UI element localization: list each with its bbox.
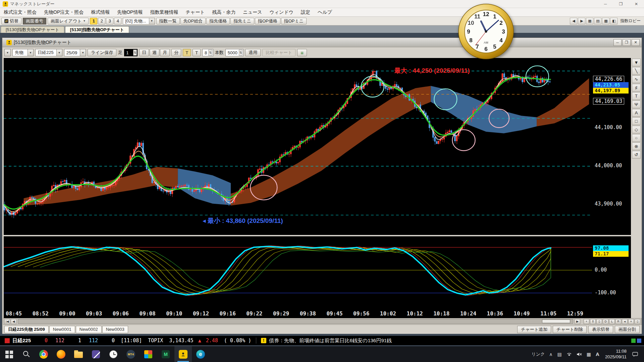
app-close-button[interactable]: ✕ <box>629 0 644 8</box>
preset-dropdown[interactable]: [02] 先物... ▼ <box>123 18 155 24</box>
taskbar-edge-icon[interactable]: e <box>192 346 209 362</box>
chart-tab[interactable]: New0003 <box>102 326 128 333</box>
scroll-mini-button[interactable]: × <box>628 319 634 324</box>
spinner-icon[interactable]: ⇅ <box>133 50 137 56</box>
compare-chart-button[interactable]: 比較チャート <box>262 49 296 56</box>
taskbar-chrome-icon[interactable] <box>35 346 52 362</box>
app-maximize-button[interactable]: ❐ <box>613 0 629 8</box>
spinner-icon[interactable]: ⇅ <box>208 50 212 56</box>
circle-tool-icon[interactable]: ○ <box>632 134 641 142</box>
minute-period-button[interactable]: 分 <box>171 49 181 56</box>
apply-button[interactable]: 適用 <box>245 49 261 56</box>
tray-wifi-icon[interactable] <box>567 352 572 357</box>
tray-volume-muted-icon[interactable] <box>577 352 582 357</box>
chart-tab[interactable]: 日経225先物 25/09 <box>4 326 49 333</box>
diamond-tool-icon[interactable]: ◇ <box>632 126 641 133</box>
layout-icon[interactable]: ◧ <box>610 18 618 24</box>
trendline-icon[interactable]: ╲ <box>632 67 641 75</box>
scroll-mini-button[interactable]: ◂ <box>622 319 628 324</box>
wave-tool-icon[interactable]: ∿ <box>632 75 641 83</box>
menu-item[interactable]: 指数業種情報 <box>146 9 182 15</box>
taskbar-monex-icon[interactable] <box>174 346 192 362</box>
taskbar-mt4-icon[interactable]: MT4 <box>122 346 140 362</box>
instrument-dropdown[interactable]: 先物 ▼ <box>12 49 34 56</box>
scroll-mini-button[interactable]: D <box>603 319 608 324</box>
chart-action-button[interactable]: 画面分割 <box>615 326 640 333</box>
layout-icon[interactable]: ▶ <box>578 18 585 24</box>
label-tool-icon[interactable]: A <box>632 109 641 117</box>
screen-number-button[interactable]: 4 <box>114 18 121 24</box>
scroll-mini-button[interactable]: + <box>584 319 589 324</box>
toolbar-button[interactable]: 指数一覧 <box>156 18 180 24</box>
ime-indicator[interactable]: A <box>596 351 599 357</box>
undo-tool-icon[interactable]: ↺ <box>632 151 641 159</box>
taskbar-explorer-icon[interactable] <box>70 346 87 362</box>
scrollbar-thumb[interactable] <box>542 319 570 323</box>
interval-input[interactable]: 8 ⇅ <box>202 49 213 56</box>
menu-item[interactable]: 株式情報 <box>87 9 113 15</box>
period-button[interactable]: 日 <box>139 49 149 56</box>
count-input[interactable]: 5000 ⇅ <box>225 49 244 56</box>
pitchfork-icon[interactable]: Ψ <box>632 101 641 108</box>
toolbar-button[interactable]: 指OP価格 <box>255 18 280 24</box>
notification-icon[interactable] <box>632 352 638 357</box>
menu-item[interactable]: 残高・余力 <box>208 9 239 15</box>
screen-layout-button[interactable]: 画面レイアウト ▼ <box>48 18 89 24</box>
bar-value-input[interactable]: 1 ⇅ <box>124 49 138 56</box>
tick-button[interactable]: T <box>183 49 191 56</box>
contract-dropdown[interactable]: 25/09 ▼ <box>64 49 86 56</box>
scroll-right-button[interactable]: ▶ <box>575 319 580 324</box>
taskbar-firefox-icon[interactable] <box>52 346 70 362</box>
menu-item[interactable]: ウィンドウ <box>266 9 297 15</box>
save-line-button[interactable]: ライン保存 <box>88 49 116 56</box>
scroll-mini-button[interactable]: L <box>609 319 615 324</box>
search-button[interactable] <box>17 346 35 362</box>
period-button[interactable]: 月 <box>160 49 170 56</box>
layout-icon[interactable]: ▩ <box>602 18 609 24</box>
workspace-tab[interactable]: [5130]指数先物OPチャート <box>65 26 129 33</box>
indicator-settings-button[interactable]: ≡ <box>297 49 307 56</box>
layout-icon[interactable]: ▤ <box>594 18 601 24</box>
symbol-dropdown[interactable]: 日経225 ▼ <box>35 49 62 56</box>
rect-tool-icon[interactable]: □ <box>632 117 641 125</box>
window-maximize-button[interactable]: ❐ <box>623 39 631 46</box>
menu-item[interactable]: 先物OP情報 <box>113 9 146 15</box>
delete-tool-icon[interactable]: ⊗ <box>632 142 641 150</box>
layout-icon[interactable]: ◀ <box>570 18 577 24</box>
tick2-button[interactable]: T <box>193 49 201 56</box>
tray-clock[interactable]: 11:08 2025/09/11 <box>605 349 627 360</box>
menu-item[interactable]: ヘルプ <box>314 9 336 15</box>
scroll-mini-button[interactable]: R <box>615 319 621 324</box>
start-button[interactable] <box>0 346 17 362</box>
taskbar-office-icon[interactable] <box>140 346 157 362</box>
menu-item[interactable]: 設定 <box>297 9 314 15</box>
menu-item[interactable]: ニュース <box>239 9 266 15</box>
chart-tab[interactable]: New0001 <box>49 326 75 333</box>
toolbar-button[interactable]: 指先価格 <box>206 18 230 24</box>
taskbar-clock-app-icon[interactable] <box>105 346 122 362</box>
chart-window-titlebar[interactable]: [5130]指数先物OPチャート ─ ❐ ✕ <box>2 38 642 47</box>
oscillator-chart[interactable] <box>4 236 592 309</box>
toolbar-button[interactable]: 先OP総合 <box>180 18 206 24</box>
screen-number-button[interactable]: 1 <box>90 18 97 24</box>
tray-keyboard-icon[interactable]: ▦ <box>587 352 591 357</box>
scroll-left-button[interactable]: ◀ <box>11 319 16 324</box>
chart-action-button[interactable]: チャート追加 <box>517 326 551 333</box>
workspace-tab[interactable]: [5130]指数先物OPチャート <box>1 26 64 33</box>
tray-display-icon[interactable]: ▤ <box>557 352 562 357</box>
taskbar-notes-icon[interactable] <box>87 346 105 362</box>
scroll-mini-button[interactable]: ▯ <box>596 319 602 324</box>
fibonacci-icon[interactable]: ♯ <box>632 84 641 92</box>
tray-chevron-icon[interactable]: ∧ <box>549 352 552 357</box>
menu-item[interactable]: 株式注文・照会 <box>0 9 40 15</box>
window-minimize-button[interactable]: ─ <box>613 39 622 46</box>
analog-clock-widget[interactable]: 123456789101112AM <box>458 3 514 60</box>
text-tool-icon[interactable]: T <box>632 92 641 100</box>
menu-item[interactable]: 先物OP注文・照会 <box>40 9 87 15</box>
price-chart[interactable]: 最大 : 44,250 (2025/09/11)◂ 最小 : 43,860 (2… <box>4 58 592 235</box>
period-button[interactable]: 週 <box>150 49 159 56</box>
toolbar-button[interactable]: 指OPミニ <box>281 18 307 24</box>
chart-action-button[interactable]: 表示切替 <box>588 326 613 333</box>
chart-tab[interactable]: New0002 <box>76 326 102 333</box>
scrollbar-track[interactable] <box>18 319 573 324</box>
